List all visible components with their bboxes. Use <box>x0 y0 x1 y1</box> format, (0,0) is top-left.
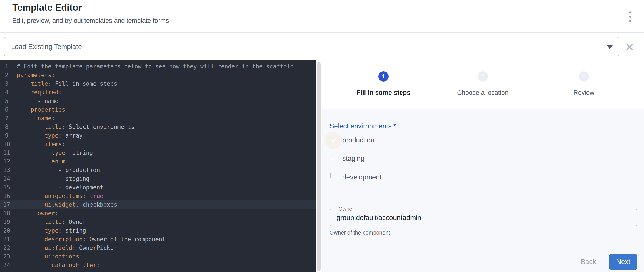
editor-line: 7 name: <box>0 114 316 123</box>
line-code: ui:widget: checkboxes <box>13 200 117 209</box>
editor-line: 16 uniqueItems: true <box>0 192 316 200</box>
editor-line: 2parameters: <box>0 71 316 79</box>
editor-lines: 1# Edit the template parameters below to… <box>0 60 316 269</box>
editor-line: 1# Edit the template parameters below to… <box>0 62 316 71</box>
line-code: - name <box>13 97 58 105</box>
line-number: 8 <box>0 123 13 131</box>
page-title: Template Editor <box>12 2 82 13</box>
editor-line: 3 - title: Fill in some steps <box>0 79 316 88</box>
editor-scrollbar[interactable] <box>317 62 321 271</box>
line-number: 23 <box>0 252 13 261</box>
line-code: title: Owner <box>13 218 86 226</box>
step-label: Review <box>573 89 594 96</box>
header-divider <box>0 32 644 33</box>
editor-line: 14 - staging <box>0 175 316 183</box>
line-code: - staging <box>13 175 90 183</box>
owner-field: Owner <box>330 209 637 226</box>
step-number-badge: 2 <box>478 71 488 81</box>
editor-line: 20 type: string <box>0 226 316 235</box>
line-number: 21 <box>0 235 13 244</box>
editor-line: 22 ui:field: OwnerPicker <box>0 244 316 252</box>
checkbox-wrapper <box>330 155 337 162</box>
editor-line: 6 properties: <box>0 105 316 114</box>
line-number: 14 <box>0 175 13 183</box>
step-number-badge: 1 <box>378 71 388 81</box>
line-number: 13 <box>0 166 13 175</box>
owner-helper-text: Owner of the component <box>330 229 390 236</box>
line-code: required: <box>13 88 62 97</box>
form-actions: Back Next <box>578 254 637 269</box>
stepper: 1Fill in some steps2Choose a location3Re… <box>322 60 644 108</box>
environment-option-row[interactable]: staging <box>330 155 364 163</box>
line-code: name: <box>13 114 55 123</box>
checkbox-label[interactable]: production <box>342 136 374 144</box>
line-code: properties: <box>13 105 69 114</box>
required-asterisk: * <box>394 122 396 130</box>
line-number: 15 <box>0 183 13 192</box>
line-code: uniqueItems: true <box>13 192 103 200</box>
editor-line: 21 description: Owner of the component <box>0 235 316 244</box>
checkbox-wrapper <box>330 137 337 144</box>
environment-option-row[interactable]: development <box>330 173 382 181</box>
line-code: type: array <box>13 131 82 140</box>
line-code: - development <box>13 183 103 192</box>
line-number: 22 <box>0 244 13 252</box>
line-code: owner: <box>13 209 58 218</box>
line-code: # Edit the template parameters below to … <box>13 62 294 71</box>
editor-line: 24 catalogFilter: <box>0 261 316 269</box>
line-number: 12 <box>0 157 13 166</box>
checkbox-unchecked-icon[interactable] <box>330 173 331 178</box>
load-existing-template-select[interactable]: Load Existing Template <box>4 37 619 57</box>
line-code: title: Select environments <box>13 123 134 131</box>
line-code: - title: Fill in some steps <box>13 79 117 88</box>
line-code: items: <box>13 140 65 149</box>
line-number: 17 <box>0 200 13 209</box>
stepper-step: 1Fill in some steps <box>339 71 428 96</box>
editor-line: 15 - development <box>0 183 316 192</box>
line-code: - production <box>13 166 100 175</box>
line-code: parameters: <box>13 71 55 79</box>
close-icon[interactable] <box>625 43 634 51</box>
editor-line: 17 ui:widget: checkboxes <box>0 200 316 209</box>
line-code: description: Owner of the component <box>13 235 166 244</box>
line-code: ui:field: OwnerPicker <box>13 244 117 252</box>
environment-option-row[interactable]: production <box>330 136 374 144</box>
checkbox-label[interactable]: development <box>342 173 382 181</box>
line-number: 2 <box>0 71 13 79</box>
back-button[interactable]: Back <box>578 258 598 266</box>
more-options-icon[interactable] <box>626 11 634 22</box>
page-subtitle: Edit, preview, and try out templates and… <box>12 17 169 24</box>
stepper-step: 2Choose a location <box>438 71 527 96</box>
line-number: 4 <box>0 88 13 97</box>
editor-line: 23 ui:options: <box>0 252 316 261</box>
line-number: 1 <box>0 62 13 71</box>
step-number-badge: 3 <box>579 71 589 81</box>
line-number: 18 <box>0 209 13 218</box>
line-code: type: string <box>13 149 93 157</box>
line-number: 9 <box>0 131 13 140</box>
editor-line: 8 title: Select environments <box>0 123 316 131</box>
line-number: 19 <box>0 218 13 226</box>
template-form: Select environments* productionstagingde… <box>322 108 644 272</box>
editor-line: 9 type: array <box>0 131 316 140</box>
owner-input[interactable] <box>336 209 629 226</box>
line-number: 20 <box>0 226 13 235</box>
next-button[interactable]: Next <box>609 254 637 269</box>
line-code: ui:options: <box>13 252 82 261</box>
chevron-down-icon <box>607 45 612 49</box>
line-code: type: string <box>13 226 86 235</box>
stepper-step: 3Review <box>540 71 628 96</box>
line-number: 7 <box>0 114 13 123</box>
yaml-code-editor[interactable]: 1# Edit the template parameters below to… <box>0 60 316 272</box>
line-number: 10 <box>0 140 13 149</box>
editor-line: 4 required: <box>0 88 316 97</box>
checkbox-label[interactable]: staging <box>342 155 364 163</box>
line-code: catalogFilter: <box>13 261 100 269</box>
line-number: 3 <box>0 79 13 88</box>
line-number: 24 <box>0 261 13 269</box>
step-label: Choose a location <box>457 89 508 96</box>
environments-label-text: Select environments <box>330 122 392 130</box>
line-number: 16 <box>0 192 13 200</box>
template-editor-page: Template Editor Edit, preview, and try o… <box>0 0 644 272</box>
editor-line: 5 - name <box>0 97 316 105</box>
